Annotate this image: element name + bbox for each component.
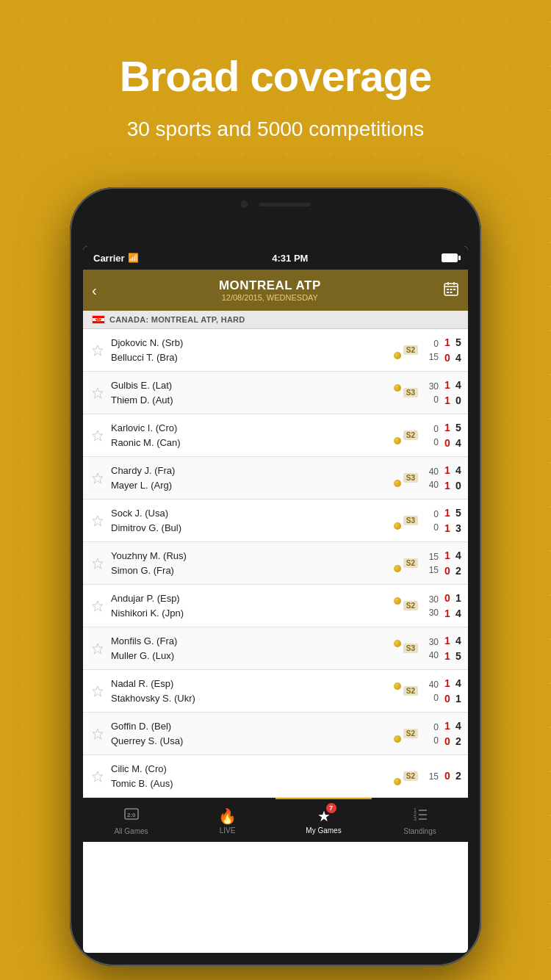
player2-name: Raonic M. (Can) xyxy=(111,436,389,450)
serve-indicator xyxy=(394,589,401,623)
player2-name: Bellucci T. (Bra) xyxy=(111,350,389,365)
set1-score: 1 0 xyxy=(442,676,453,707)
game-score-p2: 0 xyxy=(433,393,439,406)
favorite-star[interactable] xyxy=(89,593,107,619)
set2-score: 5 4 xyxy=(453,420,464,451)
match-row[interactable]: Nadal R. (Esp) Stakhovsky S. (Ukr) S2 40… xyxy=(83,670,468,713)
svg-marker-18 xyxy=(93,729,103,739)
favorite-star[interactable] xyxy=(89,721,107,747)
match-row[interactable]: Chardy J. (Fra) Mayer L. (Arg) S3 40 40 … xyxy=(83,457,468,500)
player1-name: Monfils G. (Fra) xyxy=(111,634,389,649)
player2-name: Querrey S. (Usa) xyxy=(111,734,389,749)
game-score-p1: 15 xyxy=(429,770,439,783)
player1-name: Gulbis E. (Lat) xyxy=(111,378,389,393)
players: Gulbis E. (Lat) Thiem D. (Aut) xyxy=(107,378,394,407)
game-score-p2: 30 xyxy=(429,606,439,619)
favorite-star[interactable] xyxy=(89,763,107,790)
wifi-icon: 📶 xyxy=(128,253,139,263)
match-row[interactable]: Karlovic I. (Cro) Raonic M. (Can) S2 0 0… xyxy=(83,414,468,457)
favorite-star[interactable] xyxy=(89,422,107,449)
players: Djokovic N. (Srb) Bellucci T. (Bra) xyxy=(107,336,394,364)
set-badge: S2 xyxy=(403,686,418,696)
players: Monfils G. (Fra) Muller G. (Lux) xyxy=(107,634,394,663)
match-set: S2 xyxy=(403,558,418,568)
favorite-star[interactable] xyxy=(89,465,107,491)
player2-name: Dimitrov G. (Bul) xyxy=(111,521,389,536)
tab-my-games[interactable]: ★ 7 My Games xyxy=(276,798,372,842)
serve-ball-2 xyxy=(394,778,401,785)
set1-p1: 1 xyxy=(444,718,450,734)
favorite-star[interactable] xyxy=(89,508,107,534)
set2-score: 5 3 xyxy=(453,505,464,536)
serve-ball-2 xyxy=(394,735,401,743)
set2-score: 4 2 xyxy=(453,548,464,579)
phone-screen: Carrier 📶 4:31 PM ‹ MONTREAL ATP 12/08/2… xyxy=(83,246,468,953)
back-button[interactable]: ‹ xyxy=(92,282,97,299)
serve-indicator xyxy=(394,504,401,538)
svg-marker-11 xyxy=(93,430,103,441)
game-score-p2: 40 xyxy=(429,478,439,491)
set1-p1: 1 xyxy=(444,676,450,691)
section-header: CANADA: MONTREAL ATP, HARD xyxy=(83,311,468,329)
tab-live[interactable]: 🔥 LIVE xyxy=(179,798,276,842)
serve-ball-1 xyxy=(394,384,401,392)
game-score-p1: 0 xyxy=(433,337,439,350)
favorite-star[interactable] xyxy=(89,380,107,406)
canada-flag xyxy=(92,315,105,324)
tab-standings-label: Standings xyxy=(403,827,436,835)
set2-p1: 2 xyxy=(455,768,461,784)
favorite-star[interactable] xyxy=(89,550,107,577)
match-row[interactable]: Sock J. (Usa) Dimitrov G. (Bul) S3 0 0 1… xyxy=(83,500,468,542)
serve-ball-1 xyxy=(394,597,401,605)
set2-score: 4 1 xyxy=(453,676,464,707)
tab-standings[interactable]: 1 2 3 Standings xyxy=(372,798,468,842)
set-badge: S2 xyxy=(403,430,418,440)
game-score: 40 40 xyxy=(421,465,439,491)
nav-bar: ‹ MONTREAL ATP 12/08/2015, WEDNESDAY xyxy=(83,270,468,311)
match-row[interactable]: Gulbis E. (Lat) Thiem D. (Aut) S3 30 0 1… xyxy=(83,372,468,414)
svg-rect-5 xyxy=(450,289,453,290)
match-row[interactable]: Djokovic N. (Srb) Bellucci T. (Bra) S2 0… xyxy=(83,329,468,372)
game-score: 30 30 xyxy=(421,593,439,619)
serve-indicator xyxy=(394,376,401,410)
serve-indicator xyxy=(394,334,401,367)
svg-rect-7 xyxy=(447,292,449,293)
favorite-star[interactable] xyxy=(89,337,107,364)
set-badge: S3 xyxy=(403,516,418,525)
set2-p2: 4 xyxy=(455,606,461,621)
tab-all-games[interactable]: 2:0 All Games xyxy=(83,798,179,842)
player1-name: Nadal R. (Esp) xyxy=(111,677,389,691)
match-row[interactable]: Youzhny M. (Rus) Simon G. (Fra) S2 15 15… xyxy=(83,542,468,585)
player2-name: Stakhovsky S. (Ukr) xyxy=(111,691,389,706)
match-row[interactable]: Goffin D. (Bel) Querrey S. (Usa) S2 0 0 … xyxy=(83,713,468,755)
tab-all-games-label: All Games xyxy=(114,827,148,835)
match-row[interactable]: Cilic M. (Cro) Tomic B. (Aus) S2 15 0 2 xyxy=(83,755,468,798)
set1-score: 1 1 xyxy=(442,378,453,408)
player2-name: Mayer L. (Arg) xyxy=(111,478,389,493)
set-badge: S2 xyxy=(403,601,418,610)
set1-p2: 1 xyxy=(444,521,450,536)
player1-name: Karlovic I. (Cro) xyxy=(111,421,389,436)
hero-title: Broad coverage xyxy=(0,51,551,101)
match-row[interactable]: Andujar P. (Esp) Nishikori K. (Jpn) S2 3… xyxy=(83,585,468,627)
match-set: S3 xyxy=(403,388,418,397)
serve-ball-2 xyxy=(394,565,401,572)
match-set: S3 xyxy=(403,516,418,525)
favorite-star[interactable] xyxy=(89,635,107,662)
set1-p2: 0 xyxy=(444,734,450,749)
favorite-star[interactable] xyxy=(89,678,107,705)
set1-p2: 1 xyxy=(444,649,450,664)
svg-rect-6 xyxy=(453,289,455,290)
game-score-p1: 40 xyxy=(429,465,439,478)
set1-p1: 0 xyxy=(444,591,450,606)
svg-marker-12 xyxy=(93,473,103,483)
game-score: 40 0 xyxy=(421,678,439,705)
svg-text:3: 3 xyxy=(414,816,417,821)
player1-name: Sock J. (Usa) xyxy=(111,506,389,521)
set1-score: 1 1 xyxy=(442,463,453,494)
set2-p1: 5 xyxy=(455,335,461,350)
set1-p2: 0 xyxy=(444,563,450,579)
calendar-icon[interactable] xyxy=(443,281,459,300)
match-row[interactable]: Monfils G. (Fra) Muller G. (Lux) S3 30 4… xyxy=(83,627,468,670)
set1-p2: 1 xyxy=(444,393,450,408)
